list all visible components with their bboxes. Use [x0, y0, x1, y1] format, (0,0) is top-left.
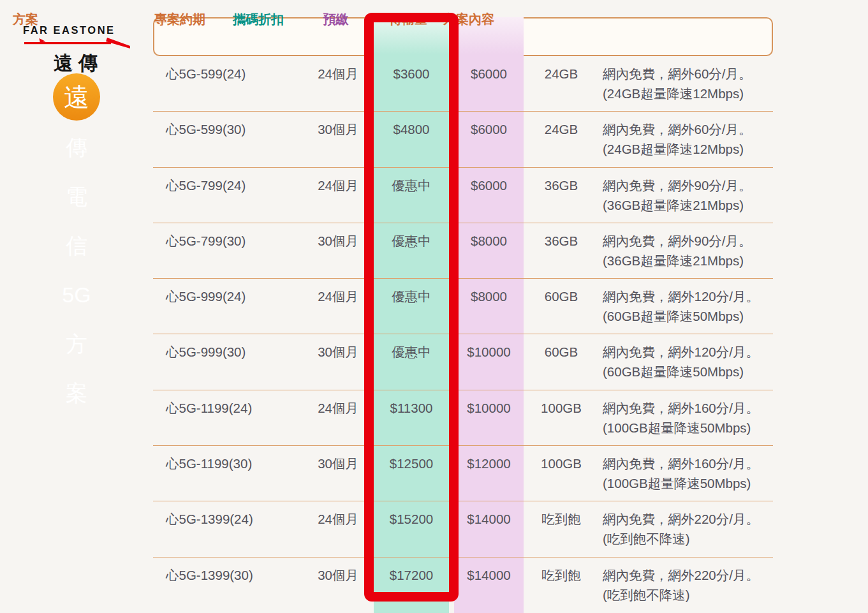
plan-content-line1: 網內免費，網外120分/月。 [603, 342, 772, 362]
prepay-amount: $10000 [454, 342, 524, 362]
data-allowance: 24GB [523, 64, 600, 84]
plan-content-line2: (吃到飽不降速) [603, 585, 772, 605]
plan-name: 心5G-1399(24) [166, 509, 253, 529]
nav-item[interactable]: 5G [62, 283, 91, 306]
mnp-discount: $12500 [374, 454, 449, 473]
mnp-discount: $17200 [374, 565, 449, 585]
plan-content-line1: 網內免費，網外60分/月。 [603, 119, 772, 139]
plan-name: 心5G-599(30) [166, 119, 246, 139]
plan-content: 網內免費，網外90分/月。 (36GB超量降速21Mbps) [603, 231, 772, 270]
prepay-amount: $6000 [454, 119, 524, 139]
plan-name: 心5G-1199(30) [166, 454, 252, 473]
nav-item[interactable]: 方 [66, 332, 87, 355]
mnp-discount: $4800 [374, 119, 449, 139]
table-body: 心5G-599(24) 24個月 $3600 $6000 24GB 網內免費，網… [153, 56, 773, 613]
data-allowance: 36GB [523, 175, 600, 195]
contract-term: 30個月 [242, 342, 358, 362]
table-row: 心5G-599(24) 24個月 $3600 $6000 24GB 網內免費，網… [153, 56, 773, 112]
plan-content-line2: (60GB超量降速50Mbps) [603, 306, 772, 326]
plan-name: 心5G-1399(30) [166, 565, 253, 585]
plan-content-line2: (60GB超量降速50Mbps) [603, 362, 772, 381]
plan-content: 網內免費，網外160分/月。 (100GB超量降速50Mbps) [603, 454, 772, 493]
prepay-amount: $6000 [454, 175, 524, 195]
contract-term: 30個月 [242, 565, 358, 585]
nav-item-active[interactable]: 遠 [53, 73, 100, 121]
contract-term: 24個月 [242, 175, 358, 195]
nav-item[interactable]: 案 [66, 381, 87, 404]
table-row: 心5G-799(24) 24個月 優惠中 $6000 36GB 網內免費，網外9… [153, 168, 773, 223]
plan-content: 網內免費，網外60分/月。 (24GB超量降速12Mbps) [603, 64, 772, 103]
contract-term: 30個月 [242, 454, 358, 473]
header-data: 傳輸量 [370, 0, 446, 39]
header-prepay: 預繳 [301, 0, 371, 39]
plan-name: 心5G-1199(24) [166, 398, 252, 418]
plan-content-line2: (24GB超量降速12Mbps) [603, 84, 772, 103]
plan-content-line1: 網內免費，網外90分/月。 [603, 231, 772, 251]
header-term: 專案約期 [89, 0, 205, 39]
nav-item[interactable]: 電 [66, 185, 87, 208]
plan-content: 網內免費，網外220分/月。 (吃到飽不降速) [603, 509, 772, 549]
plan-content-line1: 網內免費，網外220分/月。 [603, 565, 772, 585]
plan-content-line2: (100GB超量降速50Mbps) [603, 473, 772, 493]
table-row: 心5G-1399(24) 24個月 $15200 $14000 吃到飽 網內免費… [153, 501, 773, 557]
sidebar: FAR EASTONE 遠傳 遠 傳 電 信 5G 方 案 [0, 0, 153, 613]
header-mnp-discount: 攜碼折扣 [221, 0, 296, 39]
data-allowance: 100GB [523, 454, 600, 473]
mnp-discount: $3600 [374, 64, 449, 84]
nav-item[interactable]: 信 [66, 234, 87, 257]
plan-name: 心5G-799(24) [166, 175, 246, 195]
contract-term: 30個月 [242, 231, 358, 251]
mnp-discount: 優惠中 [374, 286, 449, 306]
prepay-amount: $8000 [454, 231, 524, 251]
plan-name: 心5G-999(24) [166, 286, 246, 306]
plan-content: 網內免費，網外160分/月。 (100GB超量降速50Mbps) [603, 398, 772, 438]
mnp-discount: 優惠中 [374, 342, 449, 362]
plan-content: 網內免費，網外220分/月。 (吃到飽不降速) [603, 565, 772, 605]
header-plan: 方案 [13, 0, 38, 39]
vertical-nav: 遠 傳 電 信 5G 方 案 [0, 73, 153, 431]
plan-content: 網內免費，網外60分/月。 (24GB超量降速12Mbps) [603, 119, 772, 159]
mnp-discount: $15200 [374, 509, 449, 529]
mnp-discount: $11300 [374, 398, 449, 418]
contract-term: 24個月 [242, 64, 358, 84]
prepay-amount: $8000 [454, 286, 524, 306]
contract-term: 24個月 [242, 509, 358, 529]
mnp-discount: 優惠中 [374, 231, 449, 251]
plan-content-line1: 網內免費，網外60分/月。 [603, 64, 772, 84]
plan-content-line2: (100GB超量降速50Mbps) [603, 418, 772, 438]
header-plan-content: 方案內容 [443, 0, 494, 39]
plan-content-line2: (24GB超量降速12Mbps) [603, 139, 772, 159]
plan-name: 心5G-999(30) [166, 342, 246, 362]
plan-content-line1: 網內免費，網外120分/月。 [603, 286, 772, 306]
prepay-amount: $14000 [454, 509, 524, 529]
contract-term: 30個月 [242, 119, 358, 139]
plan-content-line2: (36GB超量降速21Mbps) [603, 251, 772, 270]
mnp-discount: 優惠中 [374, 175, 449, 195]
data-allowance: 36GB [523, 231, 600, 251]
nav-item[interactable]: 傳 [66, 136, 87, 159]
prepay-amount: $10000 [454, 398, 524, 418]
data-allowance: 60GB [523, 342, 600, 362]
data-allowance: 吃到飽 [523, 509, 600, 529]
prepay-amount: $12000 [454, 454, 524, 473]
plan-content-line1: 網內免費，網外160分/月。 [603, 398, 772, 418]
logo-cjk-wordmark: 遠傳 [54, 50, 138, 77]
plan-content-line1: 網內免費，網外220分/月。 [603, 509, 772, 529]
data-allowance: 100GB [523, 398, 600, 418]
plan-content: 網內免費，網外120分/月。 (60GB超量降速50Mbps) [603, 342, 772, 381]
plan-name: 心5G-799(30) [166, 231, 246, 251]
prepay-amount: $14000 [454, 565, 524, 585]
plan-content-line1: 網內免費，網外160分/月。 [603, 454, 772, 473]
plan-content: 網內免費，網外120分/月。 (60GB超量降速50Mbps) [603, 286, 772, 326]
page: FAR EASTONE 遠傳 遠 傳 電 信 5G 方 案 方案 專案約期 攜碼… [0, 0, 868, 613]
plan-content: 網內免費，網外90分/月。 (36GB超量降速21Mbps) [603, 175, 772, 215]
plan-content-line1: 網內免費，網外90分/月。 [603, 175, 772, 195]
table-row: 心5G-1199(30) 30個月 $12500 $12000 100GB 網內… [153, 446, 773, 501]
data-allowance: 吃到飽 [523, 565, 600, 585]
data-allowance: 60GB [523, 286, 600, 306]
data-allowance: 24GB [523, 119, 600, 139]
table-row: 心5G-1199(24) 24個月 $11300 $10000 100GB 網內… [153, 390, 773, 446]
table-row: 心5G-999(30) 30個月 優惠中 $10000 60GB 網內免費，網外… [153, 334, 773, 390]
contract-term: 24個月 [242, 398, 358, 418]
table-row: 心5G-599(30) 30個月 $4800 $6000 24GB 網內免費，網… [153, 112, 773, 167]
